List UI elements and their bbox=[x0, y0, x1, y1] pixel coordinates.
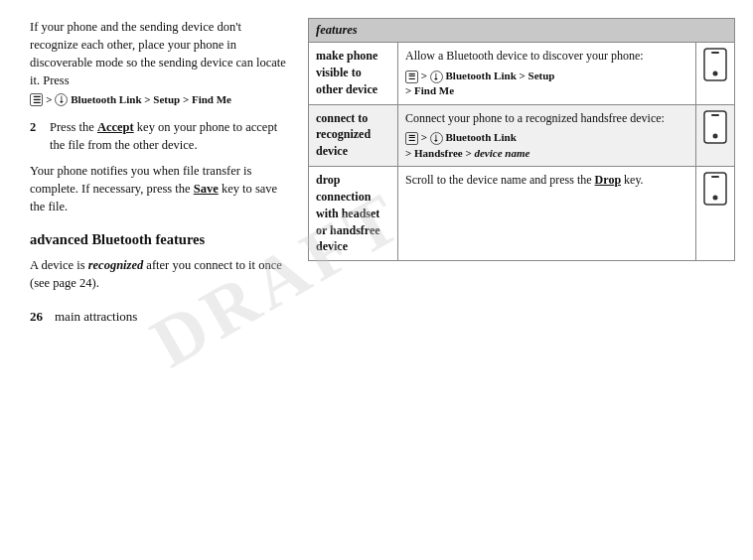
right-column: features make phone visible to other dev… bbox=[308, 18, 753, 303]
feature-desc-drop: Scroll to the device name and press the … bbox=[398, 167, 696, 261]
bt-icon-1: ⭣ bbox=[55, 93, 68, 106]
note-paragraph: Your phone notifies you when file transf… bbox=[30, 162, 290, 215]
svg-rect-1 bbox=[711, 52, 719, 54]
feature-name-make-visible: make phone visible to other device bbox=[309, 43, 398, 105]
svg-rect-7 bbox=[711, 176, 719, 178]
menu-icon-2: ☰ bbox=[405, 70, 418, 83]
menu-icon-3: ☰ bbox=[405, 132, 418, 145]
section-body: A device is recognized after you connect… bbox=[30, 256, 290, 292]
footer-label: main attractions bbox=[55, 309, 137, 325]
step-2: 2 Press the Accept key on your phone to … bbox=[30, 118, 290, 154]
feature-icon-drop bbox=[696, 167, 735, 261]
feature-name-drop: drop connection with headset or handsfre… bbox=[309, 167, 398, 261]
table-row: drop connection with headset or handsfre… bbox=[309, 167, 735, 261]
svg-rect-4 bbox=[711, 114, 719, 116]
features-table: features make phone visible to other dev… bbox=[308, 18, 735, 261]
left-column: If your phone and the sending device don… bbox=[0, 18, 308, 303]
bt-icon-3: ⭣ bbox=[430, 132, 443, 145]
sub-menu-make-visible: ☰ > ⭣ Bluetooth Link > Setup> Find Me bbox=[405, 69, 688, 99]
sub-menu-connect: ☰ > ⭣ Bluetooth Link> Handsfree > device… bbox=[405, 130, 688, 161]
table-row: connect to recognized device Connect you… bbox=[309, 104, 735, 167]
intro-paragraph: If your phone and the sending device don… bbox=[30, 18, 290, 108]
bt-icon-2: ⭣ bbox=[430, 70, 443, 83]
feature-icon-connect bbox=[696, 104, 735, 167]
phone-svg-3 bbox=[703, 172, 727, 206]
svg-point-2 bbox=[713, 71, 718, 76]
save-key-label: Save bbox=[194, 182, 219, 196]
table-row: make phone visible to other device Allow… bbox=[309, 43, 735, 105]
feature-desc-make-visible: Allow a Bluetooth device to discover you… bbox=[398, 43, 696, 105]
menu-icon: ☰ bbox=[30, 93, 43, 106]
step-2-text: Press the Accept key on your phone to ac… bbox=[50, 118, 290, 154]
accept-key-label: Accept bbox=[97, 120, 134, 134]
step1-menu: > bbox=[46, 93, 55, 105]
svg-point-5 bbox=[713, 133, 718, 138]
step1-menu-path: Bluetooth Link > Setup > Find Me bbox=[71, 93, 231, 105]
feature-desc-connect: Connect your phone to a recognized hands… bbox=[398, 104, 696, 167]
section-title: advanced Bluetooth features bbox=[30, 229, 290, 250]
footer: 26 main attractions bbox=[0, 303, 753, 331]
feature-name-connect: connect to recognized device bbox=[309, 104, 398, 167]
device-name: device name bbox=[474, 147, 529, 159]
recognized-word: recognized bbox=[88, 258, 144, 272]
step-2-number: 2 bbox=[30, 118, 42, 154]
feature-icon-make-visible bbox=[696, 43, 735, 105]
page-number: 26 bbox=[30, 309, 43, 325]
phone-svg-2 bbox=[703, 110, 727, 144]
svg-point-8 bbox=[713, 196, 718, 201]
intro-text: If your phone and the sending device don… bbox=[30, 20, 286, 87]
phone-svg-1 bbox=[703, 48, 727, 81]
table-header: features bbox=[309, 19, 735, 43]
drop-key: Drop bbox=[595, 173, 621, 187]
